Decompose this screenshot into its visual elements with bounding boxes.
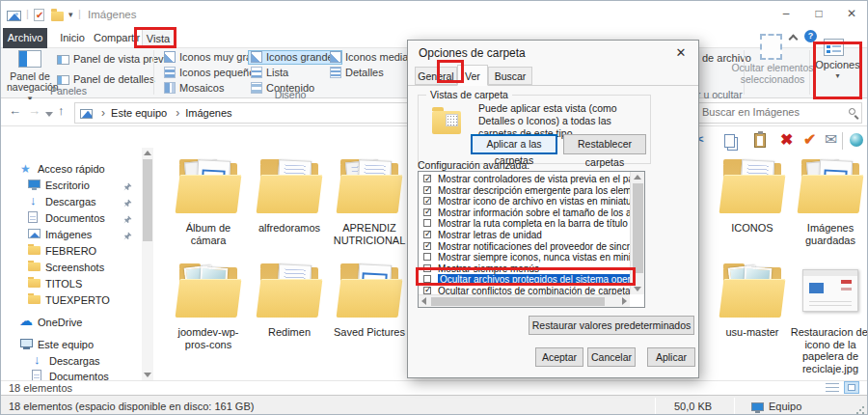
options-button[interactable]: Opciones — [811, 59, 864, 70]
tab-compartir[interactable]: Compartir — [94, 28, 140, 48]
sidebar-item-documentos[interactable]: Documentos — [1, 210, 138, 226]
back-button[interactable]: ← — [9, 103, 21, 118]
restore-defaults-button[interactable]: Restaurar valores predeterminados — [529, 316, 694, 335]
list-horizontal-scrollbar[interactable] — [419, 294, 630, 307]
scrollbar-thumb[interactable] — [633, 183, 643, 273]
sidebar-item-tuexperto[interactable]: TUEXPERTO — [1, 292, 138, 308]
dialog-tab-general[interactable]: General — [415, 67, 457, 85]
icons-view-toggle[interactable] — [844, 381, 859, 394]
advanced-option-mostrar-la-ruta-completa-en-la-barra-de-[interactable]: Mostrar la ruta completa en la barra de … — [419, 218, 630, 230]
search-input[interactable] — [700, 105, 840, 119]
checkbox-icon[interactable] — [423, 253, 431, 261]
file-tile-im-genes-guardadas[interactable]: Imágenes guardadas — [790, 157, 868, 246]
qat-properties-icon[interactable] — [34, 8, 44, 21]
view-option-mosaicos[interactable]: Mosaicos — [161, 81, 228, 96]
checkbox-icon[interactable] — [423, 186, 431, 194]
file-tile-iconos[interactable]: ICONOS — [712, 157, 793, 235]
maximize-button[interactable]: □ — [805, 5, 832, 22]
scroll-down-icon[interactable] — [634, 287, 641, 291]
confirm-check-icon[interactable]: ✔ — [803, 130, 816, 149]
view-option-lista[interactable]: Lista — [248, 66, 292, 80]
sidebar-item-acceso-r-pido[interactable]: Acceso rápido — [1, 161, 138, 177]
advanced-option-mostrar-informaci-n-sobre-el-tama-o-de-l[interactable]: Mostrar información sobre el tamaño de l… — [419, 208, 630, 219]
advanced-option-mostrar-siempre-men-s[interactable]: Mostrar siempre menús — [419, 263, 630, 275]
help-icon[interactable]: ? — [804, 30, 817, 42]
file-tile-restauracion-del-icono-de-la-papelera-de-reciclaje-jpg[interactable]: Restauracion del icono de la papelera de… — [790, 262, 868, 374]
view-option-detalles[interactable]: Detalles — [327, 66, 388, 80]
sidebar-item-descargas[interactable]: Descargas — [1, 353, 138, 369]
tab-archivo[interactable]: Archivo — [3, 28, 47, 48]
checkbox-icon[interactable] — [423, 208, 431, 216]
advanced-option-mostrar-letras-de-unidad[interactable]: Mostrar letras de unidad — [419, 230, 630, 241]
details-view-toggle[interactable] — [826, 381, 839, 394]
dialog-close-icon[interactable]: ✕ — [672, 45, 690, 60]
mail-envelope-icon[interactable]: ✉ — [825, 130, 837, 149]
breadcrumb-imagenes[interactable]: Imágenes — [185, 107, 231, 119]
file-tile-saved-pictures[interactable]: Saved Pictures — [329, 262, 410, 339]
advanced-option-mostrar-icono-de-archivo-en-vistas-en-mi[interactable]: Mostrar icono de archivo en vistas en mi… — [419, 196, 630, 208]
checkbox-icon[interactable] — [423, 275, 431, 283]
scroll-up-icon[interactable] — [634, 175, 641, 180]
checkbox-icon[interactable] — [423, 197, 431, 205]
sidebar-item-im-genes[interactable]: Imágenes — [1, 227, 138, 242]
sidebar-item-screenshots[interactable]: Screenshots — [1, 260, 138, 275]
file-tile-usu-master[interactable]: usu-master — [712, 262, 793, 339]
hide-selected-button[interactable]: Ocultar elementos seleccionados — [726, 62, 819, 85]
advanced-option-mostrar-descripci-n-emergente-para-los-e[interactable]: Mostrar descripción emergente para los e… — [419, 185, 630, 197]
shell-icon[interactable] — [850, 133, 863, 147]
checkbox-icon[interactable] — [423, 242, 431, 250]
minimize-button[interactable]: – — [773, 5, 800, 22]
advanced-option-mostrar-notificaciones-del-proveedor-de-[interactable]: Mostrar notificaciones del proveedor de … — [419, 241, 630, 253]
up-button[interactable]: ↑ — [58, 103, 65, 118]
sidebar-item-onedrive[interactable]: OneDrive — [1, 315, 138, 330]
history-caret-icon[interactable] — [45, 112, 53, 121]
scroll-down-icon[interactable] — [144, 373, 151, 377]
sidebar-item-titols[interactable]: TITOLS — [1, 276, 138, 291]
sidebar-item-descargas[interactable]: Descargas — [1, 194, 138, 209]
sidebar-item-escritorio[interactable]: Escritorio — [1, 178, 138, 193]
close-button[interactable]: ✕ — [838, 5, 865, 22]
copy-icon[interactable] — [724, 134, 735, 148]
sidebar-scrollbar[interactable] — [142, 148, 153, 380]
checkbox-icon[interactable] — [423, 175, 431, 182]
reset-folders-button[interactable]: Restablecer carpetas — [563, 134, 646, 154]
file-tile-alfredoramos[interactable]: alfredoramos — [249, 157, 330, 235]
checkbox-icon[interactable] — [423, 264, 431, 272]
checkbox-icon[interactable] — [423, 219, 431, 227]
search-box[interactable] — [693, 102, 862, 124]
sidebar-item-este-equipo[interactable]: Este equipo — [1, 337, 138, 352]
apply-button[interactable]: Aplicar — [647, 347, 695, 367]
options-caret-icon[interactable]: ▾ — [811, 71, 864, 80]
list-vertical-scrollbar[interactable] — [630, 172, 644, 294]
forward-button[interactable]: → — [28, 103, 41, 118]
sidebar-item-febrero[interactable]: FEBRERO — [1, 243, 138, 259]
file-tile-redimen[interactable]: Redimen — [249, 262, 330, 339]
qat-new-folder-icon[interactable] — [51, 10, 64, 21]
dialog-tab-buscar[interactable]: Buscar — [488, 67, 532, 85]
preview-pane-button[interactable]: Panel de vista previa — [57, 53, 172, 68]
scroll-up-icon[interactable] — [144, 151, 151, 155]
dialog-tab-ver[interactable]: Ver — [457, 65, 488, 86]
advanced-option-ocultar-archivos-protegidos-del-sistema-[interactable]: Ocultar archivos protegidos del sistema … — [419, 274, 630, 286]
apply-to-folders-button[interactable]: Aplicar a las carpetas — [471, 134, 557, 154]
tab-vista[interactable]: Vista — [142, 28, 175, 48]
scrollbar-thumb[interactable] — [143, 159, 152, 241]
tab-inicio[interactable]: Inicio — [53, 28, 92, 48]
scrollbar-thumb[interactable] — [431, 297, 605, 306]
file-tile-aprendiz-nutricional[interactable]: APRENDIZ NUTRICIONAL — [329, 157, 410, 246]
file-tile-joomdev-wp-pros-cons[interactable]: joomdev-wp-pros-cons — [168, 262, 249, 350]
qat-customize-caret-icon[interactable]: ▾ — [68, 10, 73, 19]
accept-button[interactable]: Aceptar — [535, 347, 583, 367]
advanced-option-mostrar-siempre-iconos-nunca-vistas-en-m[interactable]: Mostrar siempre iconos, nunca vistas en … — [419, 252, 630, 263]
scroll-right-icon[interactable] — [622, 297, 627, 305]
resize-grip[interactable] — [855, 405, 865, 415]
delete-x-icon[interactable]: ✖ — [780, 130, 793, 149]
breadcrumb-este-equipo[interactable]: Este equipo — [111, 107, 167, 119]
checkbox-icon[interactable] — [423, 231, 431, 238]
checkbox-icon[interactable] — [423, 287, 431, 294]
file-tile-lbum-de-c-mara[interactable]: Álbum de cámara — [168, 157, 249, 246]
advanced-option-mostrar-controladores-de-vista-previa-en[interactable]: Mostrar controladores de vista previa en… — [419, 174, 630, 185]
cancel-button[interactable]: Cancelar — [587, 347, 636, 367]
scroll-left-icon[interactable] — [421, 297, 426, 305]
paste-clipboard-icon[interactable] — [754, 133, 766, 148]
